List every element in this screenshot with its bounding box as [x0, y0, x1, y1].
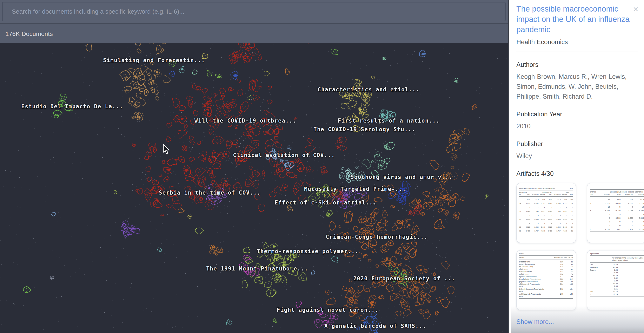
artifact-grid: ylactic Absenteeism Scenarios (Sensitivi… [516, 183, 638, 310]
field-label-authors: Authors [516, 61, 638, 69]
field-value-publication-year: 2010 [516, 121, 637, 131]
document-map[interactable]: Simulating and Forecastin...Characterist… [0, 0, 508, 333]
document-count-bar: 176K Documents [0, 23, 508, 43]
field-value-publisher: Wiley [516, 151, 637, 161]
detail-sidebar: The possible macroeconomic impact on the… [508, 0, 644, 333]
show-more-link[interactable]: Show more... [516, 318, 638, 325]
field-authors: AuthorsKeogh-Brown, Marcus R., Wren-Lewi… [516, 61, 638, 102]
field-publisher: PublisherWiley [516, 140, 638, 161]
cluster-canvas[interactable] [0, 0, 508, 333]
field-label-publisher: Publisher [516, 140, 638, 148]
field-publication-year: Publication Year2010 [516, 111, 638, 131]
divider [516, 52, 638, 52]
artifact-thumbnail-1[interactable]: ylactic Absenteeism Scenarios (Sensitivi… [516, 183, 576, 243]
artifact-table-preview: mployment.% Change in the economy-wide v… [587, 250, 644, 310]
field-label-publication-year: Publication Year [516, 111, 638, 118]
search-bar-container [0, 0, 508, 23]
artifact-table-preview: ylactic Absenteeism Scenarios (Sensitivi… [517, 183, 576, 243]
field-value-authors: Keogh-Brown, Marcus R., Wren-Lewis, Simo… [516, 72, 637, 102]
artifact-thumbnail-4[interactable]: mployment.% Change in the economy-wide v… [587, 250, 644, 310]
sidebar-content: The possible macroeconomic impact on the… [511, 0, 644, 333]
document-count-label: 176K Documents [5, 30, 53, 37]
artifact-table-preview: sures.enarioWelfare (%)Exa UK ValDisease… [517, 250, 576, 310]
metadata-fields: AuthorsKeogh-Brown, Marcus R., Wren-Lewi… [516, 61, 638, 161]
artifact-table-preview: enariosDisease plus school closure Scena… [587, 183, 644, 243]
artifacts-label: Artifacts 4/30 [516, 170, 638, 177]
artifact-thumbnail-3[interactable]: sures.enarioWelfare (%)Exa UK ValDisease… [516, 250, 576, 310]
search-input[interactable] [2, 2, 506, 21]
document-category: Health Economics [516, 38, 638, 46]
atlas-app: Simulating and Forecastin...Characterist… [0, 0, 644, 333]
artifact-thumbnail-2[interactable]: enariosDisease plus school closure Scena… [587, 183, 644, 243]
close-icon[interactable]: ✕ [633, 6, 639, 13]
document-title-link[interactable]: The possible macroeconomic impact on the… [516, 4, 632, 35]
